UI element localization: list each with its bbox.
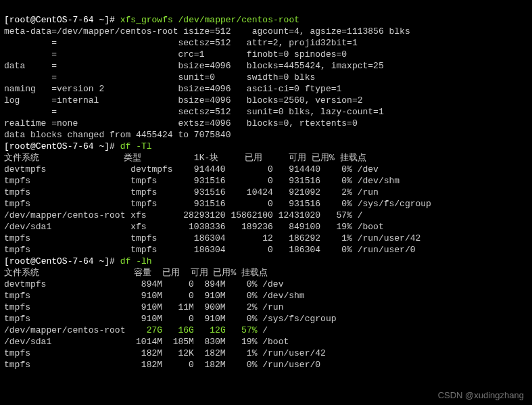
df-tl-row: tmpfs tmpfs 931516 0 931516 0% /dev/shm: [4, 176, 400, 186]
df-lh-row: /dev/sda1 1014M 185M 830M 19% /boot: [4, 337, 289, 347]
df-tl-row: tmpfs tmpfs 931516 10424 921092 2% /run: [4, 187, 379, 197]
df-tl-header: 文件系统 类型 1K-块 已用 可用 已用% 挂载点: [4, 153, 366, 163]
xfs-output-line: = sectsz=512 sunit=0 blks, lazy-count=1: [4, 107, 384, 117]
df-tl-row: /dev/sda1 xfs 1038336 189236 849100 19% …: [4, 222, 384, 232]
df-lh-row: devtmpfs 894M 0 894M 0% /dev: [4, 279, 283, 289]
command-xfs-growfs: xfs_growfs /dev/mapper/centos-root: [120, 15, 299, 25]
prompt: [root@CentOS-7-64 ~]#: [4, 256, 120, 266]
df-lh-row: tmpfs 910M 11M 900M 2% /run: [4, 302, 283, 312]
xfs-output-line: data = bsize=4096 blocks=4455424, imaxpc…: [4, 61, 384, 71]
prompt: [root@CentOS-7-64 ~]#: [4, 141, 120, 151]
df-lh-header: 文件系统 容量 已用 可用 已用% 挂载点: [4, 268, 268, 278]
df-lh-row: tmpfs 910M 0 910M 0% /sys/fs/cgroup: [4, 314, 336, 324]
command-df-lh: df -lh: [120, 256, 152, 266]
terminal[interactable]: [root@CentOS-7-64 ~]# xfs_growfs /dev/ma…: [0, 0, 532, 373]
xfs-output-line: realtime =none extsz=4096 blocks=0, rtex…: [4, 118, 358, 128]
xfs-output-line: = sectsz=512 attr=2, projid32bit=1: [4, 38, 358, 48]
df-tl-row: tmpfs tmpfs 931516 0 931516 0% /sys/fs/c…: [4, 199, 431, 209]
watermark: CSDN @xudingzhang: [438, 389, 524, 401]
prompt: [root@CentOS-7-64 ~]#: [4, 15, 120, 25]
xfs-output-line: log =internal bsize=4096 blocks=2560, ve…: [4, 95, 363, 105]
df-tl-row: /dev/mapper/centos-root xfs 28293120 158…: [4, 210, 363, 220]
df-lh-row-highlight: /dev/mapper/centos-root 27G 16G 12G 57% …: [4, 325, 268, 335]
df-lh-row: tmpfs 182M 0 182M 0% /run/user/0: [4, 360, 320, 370]
df-lh-row: tmpfs 910M 0 910M 0% /dev/shm: [4, 291, 305, 301]
df-tl-row: tmpfs tmpfs 186304 12 186292 1% /run/use…: [4, 233, 420, 243]
df-tl-row: tmpfs tmpfs 186304 0 186304 0% /run/user…: [4, 245, 416, 255]
command-df-tl: df -Tl: [120, 141, 152, 151]
xfs-output-line: data blocks changed from 4455424 to 7075…: [4, 130, 231, 140]
xfs-output-line: naming =version 2 bsize=4096 ascii-ci=0 …: [4, 84, 341, 94]
xfs-output-line: meta-data=/dev/mapper/centos-root isize=…: [4, 26, 410, 37]
df-lh-row: tmpfs 182M 12K 182M 1% /run/user/42: [4, 348, 326, 358]
df-tl-row: devtmpfs devtmpfs 914440 0 914440 0% /de…: [4, 164, 379, 174]
xfs-output-line: = crc=1 finobt=0 spinodes=0: [4, 49, 347, 59]
xfs-output-line: = sunit=0 swidth=0 blks: [4, 72, 315, 82]
